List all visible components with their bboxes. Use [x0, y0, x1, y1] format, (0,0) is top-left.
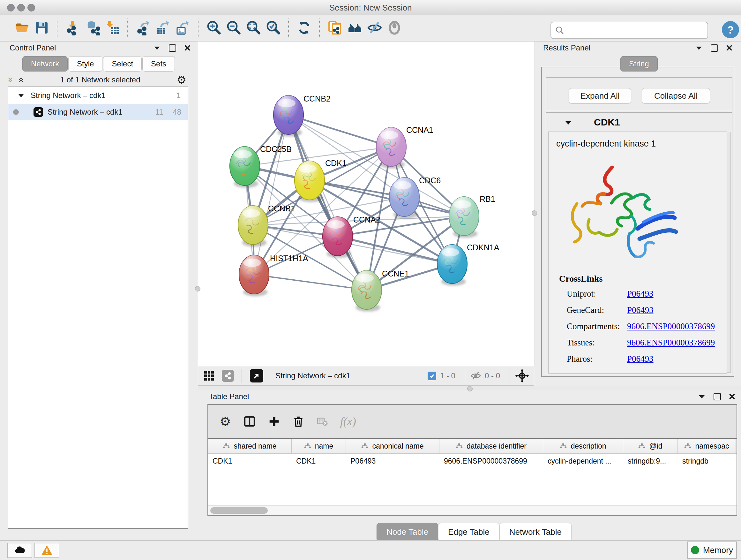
warnings-button[interactable] — [35, 543, 59, 558]
network-collection-row[interactable]: String Network – cdk1 1 — [8, 87, 188, 104]
delete-column-trash-icon[interactable] — [292, 415, 305, 428]
open-session-button[interactable] — [12, 18, 32, 38]
import-database-button[interactable] — [83, 18, 103, 38]
crosslink-link[interactable]: 9606.ENSP00000378699 — [627, 338, 715, 348]
gear-icon[interactable]: ⚙ — [177, 73, 186, 86]
table-cell[interactable]: CDK1 — [208, 454, 292, 469]
selected-checkbox-icon[interactable] — [428, 372, 436, 380]
gene-section-header[interactable]: CDK1 — [546, 113, 732, 132]
table-header-row: shared namenamecanonical namedatabase id… — [208, 438, 737, 454]
table-cell[interactable]: CDK1 — [292, 454, 346, 469]
export-network-button[interactable] — [133, 18, 153, 38]
tab-network[interactable]: Network — [22, 56, 68, 71]
table-horizontal-scrollbar[interactable] — [208, 505, 737, 515]
right-splitter-handle[interactable] — [532, 210, 537, 216]
scrollbar-thumb[interactable] — [210, 507, 268, 514]
network-list: String Network – cdk1 1 String Network –… — [8, 86, 188, 529]
column-header-namespac[interactable]: namespac — [678, 439, 736, 453]
birdseye-grid-icon[interactable] — [203, 370, 215, 381]
network-thumbnail-icon[interactable] — [222, 370, 234, 382]
float-panel-icon[interactable] — [714, 393, 721, 400]
results-scrollbar[interactable] — [726, 132, 731, 373]
tab-sets[interactable]: Sets — [142, 56, 175, 71]
cloud-button[interactable] — [7, 543, 32, 558]
tab-network-table[interactable]: Network Table — [499, 523, 571, 541]
clone-network-icon — [327, 20, 343, 36]
column-header-name[interactable]: name — [292, 439, 346, 453]
network-canvas[interactable]: CCNB2 CCNA1 CDC25B CDK1 CDC6 — [198, 42, 535, 366]
toolbar-separator — [288, 18, 289, 37]
close-panel-icon[interactable] — [726, 45, 732, 51]
tab-style[interactable]: Style — [68, 56, 103, 71]
clone-network-button[interactable] — [325, 18, 345, 38]
table-panel-header: Table Panel — [209, 392, 735, 401]
crosslink-link[interactable]: 9606.ENSP00000378699 — [627, 321, 715, 331]
first-neighbors-button[interactable] — [345, 18, 365, 38]
collapse-all-networks-icon[interactable]: » — [6, 77, 15, 83]
crosslink-link[interactable]: P06493 — [627, 354, 654, 364]
zoom-selected-button[interactable] — [263, 18, 283, 38]
close-panel-icon[interactable] — [185, 45, 190, 51]
close-panel-icon[interactable] — [729, 394, 735, 399]
import-table-button[interactable] — [103, 18, 122, 38]
crosslink-link[interactable]: P06493 — [627, 289, 654, 299]
network-row-selected[interactable]: String Network – cdk1 11 48 — [8, 104, 188, 120]
crosslink-label: Uniprot: — [567, 289, 596, 299]
tab-string[interactable]: String — [620, 56, 658, 71]
gene-name: CDK1 — [594, 117, 620, 128]
import-network-button[interactable] — [63, 18, 83, 38]
tab-select[interactable]: Select — [103, 56, 142, 71]
tree-expand-icon[interactable] — [18, 93, 24, 98]
zoom-in-button[interactable] — [204, 18, 224, 38]
column-header-description[interactable]: description — [543, 439, 623, 453]
export-network-icon — [136, 20, 151, 36]
column-header-database-identifier[interactable]: database identifier — [440, 439, 543, 453]
collapse-section-icon[interactable] — [564, 120, 572, 125]
table-cell[interactable]: P06493 — [346, 454, 440, 469]
column-header-shared-name[interactable]: shared name — [208, 439, 292, 453]
left-splitter-handle[interactable] — [195, 286, 200, 292]
create-column-plus-icon[interactable] — [268, 415, 280, 428]
tab-node-table[interactable]: Node Table — [377, 523, 438, 541]
zoom-out-button[interactable] — [224, 18, 244, 38]
splitter-handle[interactable] — [467, 386, 473, 391]
show-all-button[interactable] — [385, 18, 404, 38]
zoom-in-icon — [206, 20, 221, 36]
table-cell[interactable]: cyclin-dependent ... — [543, 454, 623, 469]
export-table-button[interactable] — [153, 18, 173, 38]
fit-selected-crosshair-icon[interactable] — [515, 368, 529, 383]
table-settings-gear-icon[interactable]: ⚙ — [219, 414, 231, 429]
panel-menu-icon[interactable] — [698, 394, 705, 399]
expand-all-button[interactable]: Expand All — [569, 88, 631, 104]
node-label-CDKN1A: CDKN1A — [467, 243, 499, 252]
panel-menu-icon[interactable] — [695, 46, 702, 50]
float-panel-icon[interactable] — [169, 44, 176, 52]
open-in-new-window-icon[interactable] — [250, 369, 263, 382]
float-panel-icon[interactable] — [711, 44, 718, 52]
network-status-dot — [13, 109, 19, 115]
table-cell[interactable]: stringdb:9... — [623, 454, 678, 469]
control-panel-tabs: NetworkStyleSelectSets — [22, 56, 175, 71]
column-header-canonical-name[interactable]: canonical name — [346, 439, 440, 453]
column-header-@id[interactable]: @id — [623, 439, 678, 453]
memory-button[interactable]: Memory — [687, 542, 737, 559]
crosslink-link[interactable]: P06493 — [627, 305, 654, 315]
hide-selected-button[interactable] — [365, 18, 385, 38]
zoom-fit-button[interactable] — [244, 18, 263, 38]
collapse-all-button[interactable]: Collapse All — [642, 88, 710, 104]
refresh-icon — [296, 20, 312, 36]
refresh-button[interactable] — [294, 18, 314, 38]
panel-menu-icon[interactable] — [153, 46, 160, 50]
search-input[interactable] — [566, 25, 708, 35]
tab-edge-table[interactable]: Edge Table — [438, 523, 499, 541]
node-table: shared namenamecanonical namedatabase id… — [208, 438, 737, 515]
expand-all-networks-icon[interactable]: » — [16, 77, 26, 83]
table-row[interactable]: CDK1CDK1P064939606.ENSP00000378699cyclin… — [208, 454, 737, 469]
table-cell[interactable]: 9606.ENSP00000378699 — [440, 454, 543, 469]
export-image-button[interactable] — [173, 18, 193, 38]
column-type-icon — [304, 443, 311, 449]
show-columns-icon[interactable] — [243, 415, 256, 428]
help-button[interactable]: ? — [722, 21, 739, 38]
save-session-button[interactable] — [32, 18, 52, 38]
table-cell[interactable]: stringdb — [678, 454, 736, 469]
